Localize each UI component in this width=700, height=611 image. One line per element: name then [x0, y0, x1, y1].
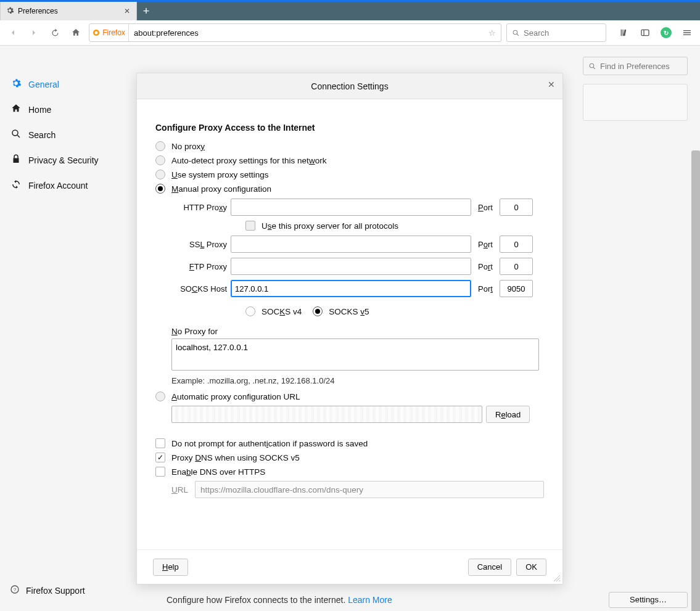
noprompt-checkbox[interactable]	[155, 438, 165, 448]
bookmark-star-icon[interactable]: ☆	[484, 28, 501, 38]
sidebar-label: Privacy & Security	[28, 155, 99, 165]
doh-url-label: URL	[171, 485, 189, 494]
svg-point-10	[590, 64, 594, 68]
proxydns-checkbox[interactable]	[155, 453, 165, 462]
radio-label: No proxy	[171, 142, 205, 151]
radio-pac[interactable]	[155, 392, 165, 401]
dialog-footer: Help Cancel OK	[137, 549, 562, 584]
search-bar[interactable]: Search	[506, 23, 606, 42]
sidebar-item-home[interactable]: Home	[0, 97, 137, 122]
radio-no-proxy[interactable]	[155, 141, 165, 151]
use-all-checkbox[interactable]	[245, 221, 255, 231]
learn-more-link[interactable]: Learn More	[348, 595, 392, 605]
search-icon	[10, 128, 22, 141]
back-button[interactable]	[5, 25, 21, 41]
svg-rect-4	[641, 30, 649, 35]
home-button[interactable]	[68, 25, 84, 41]
use-all-label: Use this proxy server for all protocols	[261, 221, 398, 231]
sidebar-item-general[interactable]: General	[0, 72, 137, 97]
http-proxy-label: HTTP Proxy	[171, 203, 227, 212]
library-icon[interactable]	[616, 25, 632, 41]
svg-text:?: ?	[14, 587, 17, 593]
dialog-title: Connection Settings	[311, 81, 388, 91]
dialog-header: Connection Settings ✕	[137, 73, 562, 99]
pac-url-input[interactable]	[171, 406, 482, 423]
nav-bar: Firefox about:preferences ☆ Search ↻	[0, 20, 700, 46]
socks-port-input[interactable]	[500, 280, 533, 297]
reload-button[interactable]: Reload	[486, 406, 530, 423]
radio-system[interactable]	[155, 170, 165, 179]
ssl-proxy-label: SSL Proxy	[171, 240, 227, 249]
sidebar-footer-label: Firefox Support	[26, 586, 85, 596]
url-bar[interactable]: Firefox about:preferences ☆	[89, 23, 501, 42]
ssl-host-input[interactable]	[231, 236, 471, 253]
menu-icon[interactable]	[679, 25, 695, 41]
ftp-port-input[interactable]	[500, 258, 533, 275]
identity-badge: Firefox	[89, 24, 129, 41]
sidebar-icon[interactable]	[637, 25, 653, 41]
gear-icon	[10, 78, 22, 91]
sidebar-label: Search	[28, 130, 56, 140]
radio-label: Manual proxy configuration	[171, 184, 271, 194]
sidebar-item-search[interactable]: Search	[0, 122, 137, 147]
find-in-preferences[interactable]: Find in Preferences	[583, 57, 688, 75]
gear-icon	[6, 6, 14, 17]
radio-socks-v5[interactable]	[313, 306, 323, 316]
connection-settings-dialog: Connection Settings ✕ Configure Proxy Ac…	[136, 73, 563, 584]
close-dialog-icon[interactable]: ✕	[548, 80, 555, 89]
socks-host-input[interactable]	[231, 280, 471, 297]
http-host-input[interactable]	[231, 199, 471, 216]
network-config-text: Configure how Firefox connects to the in…	[167, 595, 392, 605]
port-label: Port	[475, 284, 496, 293]
tab-bar: Preferences ✕ +	[0, 0, 700, 20]
reload-button[interactable]	[47, 25, 63, 41]
new-tab-button[interactable]: +	[137, 5, 155, 18]
help-icon: ?	[10, 584, 20, 596]
sidebar-item-privacy[interactable]: Privacy & Security	[0, 147, 137, 173]
sidebar-footer[interactable]: ? Firefox Support	[10, 584, 85, 596]
ftp-proxy-label: FTP Proxy	[171, 262, 227, 271]
radio-label: Use system proxy settings	[171, 170, 269, 179]
resize-grip-icon[interactable]	[553, 574, 561, 583]
identity-label: Firefox	[102, 28, 125, 37]
svg-line-3	[517, 34, 519, 36]
ssl-port-input[interactable]	[500, 236, 533, 253]
doh-url-input[interactable]	[195, 481, 544, 498]
background-card	[583, 84, 688, 121]
radio-label: Automatic proxy configuration URL	[171, 392, 300, 401]
check-label: Do not prompt for authentication if pass…	[171, 439, 368, 448]
port-label: Port	[475, 240, 496, 249]
lock-icon	[10, 154, 22, 166]
no-proxy-label: No Proxy for	[171, 327, 544, 336]
http-port-input[interactable]	[500, 199, 533, 216]
close-tab-icon[interactable]: ✕	[123, 6, 131, 17]
radio-label: SOCKS v4	[261, 307, 302, 316]
check-label: Proxy DNS when using SOCKS v5	[171, 453, 300, 462]
browser-tab[interactable]: Preferences ✕	[0, 2, 137, 20]
find-placeholder: Find in Preferences	[600, 62, 670, 71]
svg-line-7	[17, 135, 20, 137]
sidebar-item-account[interactable]: Firefox Account	[0, 173, 137, 198]
sidebar: General Home Search Privacy & Security F…	[0, 46, 137, 611]
help-button[interactable]: Help	[153, 559, 188, 576]
ftp-host-input[interactable]	[231, 258, 471, 275]
home-icon	[10, 103, 22, 116]
no-proxy-textarea[interactable]	[171, 338, 539, 371]
search-placeholder: Search	[524, 28, 549, 38]
sidebar-label: General	[28, 80, 59, 89]
radio-label: SOCKS v5	[329, 307, 369, 316]
addon-icon[interactable]: ↻	[658, 25, 674, 41]
radio-manual[interactable]	[155, 184, 165, 194]
svg-point-1	[95, 31, 98, 35]
radio-socks-v4[interactable]	[245, 306, 255, 316]
example-text: Example: .mozilla.org, .net.nz, 192.168.…	[171, 376, 544, 385]
enabledoh-checkbox[interactable]	[155, 467, 165, 477]
scrollbar[interactable]	[691, 150, 700, 611]
settings-button[interactable]: Settings…	[609, 592, 688, 608]
cancel-button[interactable]: Cancel	[468, 559, 511, 576]
sidebar-label: Firefox Account	[28, 181, 88, 191]
ok-button[interactable]: OK	[516, 559, 546, 576]
radio-auto-detect[interactable]	[155, 155, 165, 165]
forward-button[interactable]	[26, 25, 42, 41]
svg-point-2	[513, 30, 517, 35]
